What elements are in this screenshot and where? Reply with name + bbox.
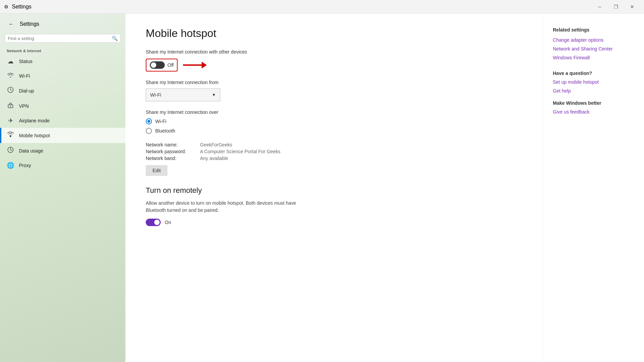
toggle-box: Off bbox=[146, 59, 178, 72]
on-toggle-row: On bbox=[146, 219, 522, 226]
network-password-value: A Computer Science Portal For Geeks bbox=[200, 149, 280, 154]
radio-bluetooth[interactable]: Bluetooth bbox=[146, 128, 522, 134]
network-password-row: Network password: A Computer Science Por… bbox=[146, 149, 522, 154]
share-toggle[interactable] bbox=[150, 61, 165, 69]
sidebar-item-label: Mobile hotspot bbox=[19, 133, 50, 138]
setup-hotspot-link[interactable]: Set up mobile hotspot bbox=[553, 79, 634, 85]
network-name-value: GeekForGeeks bbox=[200, 142, 232, 147]
share-over-label: Share my Internet connection over bbox=[146, 109, 522, 115]
share-connection-label: Share my Internet connection with other … bbox=[146, 49, 522, 55]
page-title: Mobile hotspot bbox=[146, 27, 522, 40]
windows-firewall-link[interactable]: Windows Firewall bbox=[553, 55, 634, 60]
radio-wifi[interactable]: Wi-Fi bbox=[146, 118, 522, 124]
sidebar-item-datausage[interactable]: Data usage bbox=[0, 143, 125, 158]
sidebar-item-airplane[interactable]: ✈ Airplane mode bbox=[0, 114, 125, 128]
network-band-key: Network band: bbox=[146, 156, 200, 161]
radio-bluetooth-label: Bluetooth bbox=[155, 128, 175, 134]
toggle-row: Off bbox=[146, 59, 522, 72]
app-body: ← Settings 🔍 Network & Internet ☁ Status… bbox=[0, 14, 644, 362]
network-band-value: Any available bbox=[200, 156, 228, 161]
network-password-key: Network password: bbox=[146, 149, 200, 154]
question-title: Have a question? bbox=[553, 71, 634, 76]
make-better-title: Make Windows better bbox=[553, 100, 634, 106]
network-name-row: Network name: GeekForGeeks bbox=[146, 142, 522, 147]
right-panel: Related settings Change adapter options … bbox=[542, 14, 644, 362]
svg-point-2 bbox=[10, 106, 11, 107]
radio-wifi-label: Wi-Fi bbox=[155, 119, 166, 124]
network-info-section: Network name: GeekForGeeks Network passw… bbox=[146, 142, 522, 176]
sidebar-item-label: Status bbox=[19, 59, 33, 64]
search-box[interactable]: 🔍 bbox=[5, 34, 121, 43]
sidebar-item-vpn[interactable]: VPN bbox=[0, 98, 125, 114]
sidebar-title: Settings bbox=[20, 21, 39, 27]
share-from-label: Share my Internet connection from bbox=[146, 80, 522, 85]
sidebar: ← Settings 🔍 Network & Internet ☁ Status… bbox=[0, 14, 125, 362]
edit-button[interactable]: Edit bbox=[146, 165, 167, 176]
proxy-icon: 🌐 bbox=[7, 162, 14, 169]
radio-bluetooth-circle bbox=[146, 128, 152, 134]
sidebar-item-label: Airplane mode bbox=[19, 118, 49, 123]
on-label: On bbox=[165, 220, 171, 225]
network-name-key: Network name: bbox=[146, 142, 200, 147]
sidebar-item-label: Dial-up bbox=[19, 88, 34, 94]
sidebar-item-label: Data usage bbox=[19, 148, 43, 154]
related-settings-title: Related settings bbox=[553, 27, 634, 33]
title-bar: ⚙ Settings ─ ❐ ✕ bbox=[0, 0, 644, 14]
share-over-group: Share my Internet connection over Wi-Fi … bbox=[146, 109, 522, 134]
dialup-icon bbox=[7, 86, 14, 95]
remote-toggle[interactable] bbox=[146, 219, 161, 226]
turn-on-section: Turn on remotely Allow another device to… bbox=[146, 186, 522, 226]
toggle-state-label: Off bbox=[167, 62, 174, 68]
hotspot-icon bbox=[7, 131, 14, 140]
network-band-row: Network band: Any available bbox=[146, 156, 522, 161]
chevron-down-icon: ▼ bbox=[212, 93, 216, 97]
sidebar-item-label: Wi-Fi bbox=[19, 73, 30, 79]
sidebar-item-label: Proxy bbox=[19, 163, 31, 168]
get-help-link[interactable]: Get help bbox=[553, 88, 634, 94]
remote-toggle-knob bbox=[154, 220, 160, 225]
sidebar-item-status[interactable]: ☁ Status bbox=[0, 54, 125, 68]
divider1 bbox=[553, 64, 634, 71]
dropdown-row: Share my Internet connection from Wi-Fi … bbox=[146, 80, 522, 101]
status-icon: ☁ bbox=[7, 58, 14, 65]
change-adapter-link[interactable]: Change adapter options bbox=[553, 37, 634, 43]
toggle-knob bbox=[151, 62, 156, 68]
sidebar-section-label: Network & Internet bbox=[0, 47, 125, 54]
back-button[interactable]: ← bbox=[6, 19, 16, 29]
search-icon: 🔍 bbox=[112, 36, 118, 41]
radio-wifi-circle bbox=[146, 118, 152, 124]
main-content: Mobile hotspot Share my Internet connect… bbox=[125, 14, 542, 362]
sidebar-header: ← Settings bbox=[0, 14, 125, 33]
airplane-icon: ✈ bbox=[7, 117, 14, 124]
arrow-indicator bbox=[183, 59, 207, 71]
sidebar-item-wifi[interactable]: Wi-Fi bbox=[0, 68, 125, 83]
maximize-button[interactable]: ❐ bbox=[608, 1, 624, 12]
title-bar-title: Settings bbox=[12, 4, 32, 10]
network-sharing-link[interactable]: Network and Sharing Center bbox=[553, 46, 634, 52]
wifi-icon bbox=[7, 72, 14, 80]
svg-marker-7 bbox=[202, 62, 207, 68]
title-bar-controls: ─ ❐ ✕ bbox=[592, 1, 640, 12]
give-feedback-link[interactable]: Give us feedback bbox=[553, 109, 634, 115]
datausage-icon bbox=[7, 146, 14, 155]
share-from-select[interactable]: Wi-Fi ▼ bbox=[146, 88, 220, 101]
settings-icon: ⚙ bbox=[4, 4, 8, 9]
sidebar-item-hotspot[interactable]: Mobile hotspot bbox=[0, 128, 125, 143]
search-icon-button[interactable]: 🔍 bbox=[112, 36, 118, 41]
turn-on-desc: Allow another device to turn on mobile h… bbox=[146, 200, 315, 214]
search-input[interactable] bbox=[8, 36, 109, 41]
close-button[interactable]: ✕ bbox=[624, 1, 640, 12]
sidebar-item-dialup[interactable]: Dial-up bbox=[0, 83, 125, 98]
title-bar-left: ⚙ Settings bbox=[4, 4, 32, 10]
turn-on-title: Turn on remotely bbox=[146, 186, 522, 195]
minimize-button[interactable]: ─ bbox=[592, 1, 607, 12]
sidebar-item-proxy[interactable]: 🌐 Proxy bbox=[0, 158, 125, 173]
sidebar-item-label: VPN bbox=[19, 103, 29, 109]
share-from-value: Wi-Fi bbox=[150, 92, 161, 98]
vpn-icon bbox=[7, 102, 14, 110]
